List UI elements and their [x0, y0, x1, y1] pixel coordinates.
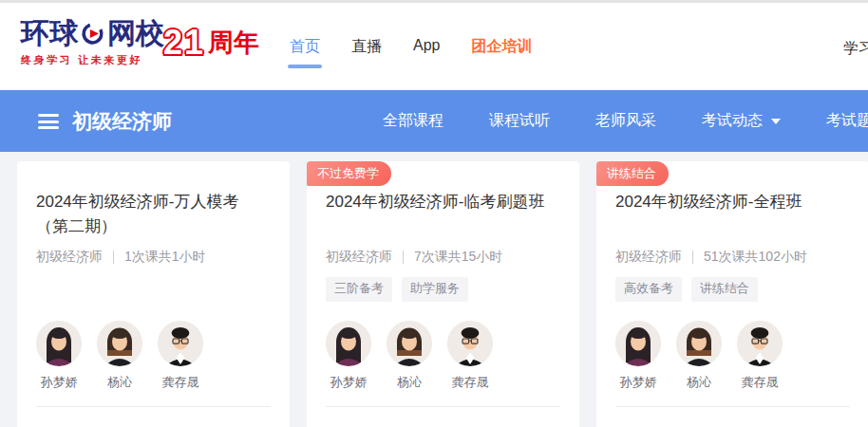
course-lessons: 51次课共102小时 [704, 249, 807, 266]
top-nav: 首页直播App团企培训 [290, 37, 532, 57]
course-title[interactable]: 2024年初级经济师-临考刷题班 [326, 190, 560, 241]
course-teachers: 孙梦娇杨沁龚存晟 [326, 321, 560, 391]
course-teachers: 孙梦娇杨沁龚存晟 [615, 321, 850, 391]
person-icon [737, 321, 783, 366]
course-category: 初级经济师 [36, 249, 103, 266]
meta-divider [113, 251, 114, 264]
person-icon [615, 321, 661, 366]
meta-divider [692, 251, 693, 264]
course-tag: 高效备考 [615, 277, 682, 302]
header-right-link[interactable]: 学习 [843, 39, 868, 59]
person-icon [447, 321, 493, 366]
teacher-name: 龚存晟 [452, 374, 489, 391]
chevron-down-icon [771, 119, 781, 124]
logo-text-right: 网校 [107, 19, 164, 47]
subnav-item[interactable]: 课程试听 [489, 111, 550, 131]
course-meta: 初级经济师 7次课共15小时 [326, 249, 560, 266]
anniversary-number: 21 [163, 26, 205, 60]
anniversary-badge: 21 周年 [163, 26, 259, 60]
course-subnav-bar: 初级经济师 全部课程课程试听老师风采考试动态考试题 [0, 90, 868, 152]
teacher-name: 孙梦娇 [41, 374, 78, 391]
course-badge: 讲练结合 [596, 161, 669, 186]
top-nav-item[interactable]: 首页 [290, 37, 320, 57]
subnav-item[interactable]: 考试动态 [702, 111, 781, 131]
card-divider [615, 406, 850, 407]
person-icon [326, 321, 371, 366]
course-card-list: 2024年初级经济师-万人模考（第二期） 初级经济师 1次课共1小时 孙梦娇杨沁… [0, 152, 868, 427]
course-card[interactable]: 讲练结合 2024年初级经济师-全程班 初级经济师 51次课共102小时 高效备… [596, 161, 868, 427]
person-icon [158, 321, 203, 366]
course-title[interactable]: 2024年初级经济师-全程班 [615, 190, 850, 241]
teacher-name: 杨沁 [397, 374, 422, 391]
person-icon [36, 321, 82, 366]
anniversary-suffix: 周年 [208, 30, 259, 56]
course-tags: 高效备考讲练结合 [615, 277, 850, 302]
subnav-title: 初级经济师 [72, 90, 172, 152]
course-category: 初级经济师 [615, 249, 682, 266]
subnav-item-label: 课程试听 [489, 111, 550, 131]
teacher-item[interactable]: 龚存晟 [447, 321, 493, 391]
card-divider [36, 406, 271, 407]
course-lessons: 7次课共15小时 [414, 249, 502, 266]
top-nav-item[interactable]: App [413, 37, 440, 57]
course-meta: 初级经济师 1次课共1小时 [36, 249, 271, 266]
teacher-item[interactable]: 龚存晟 [737, 321, 783, 391]
course-teachers: 孙梦娇杨沁龚存晟 [36, 321, 271, 391]
subnav-nav: 全部课程课程试听老师风采考试动态考试题 [383, 90, 868, 152]
course-tag: 三阶备考 [326, 277, 392, 302]
person-icon [676, 321, 722, 366]
subnav-item[interactable]: 老师风采 [595, 111, 656, 131]
course-tags: 三阶备考助学服务 [326, 277, 560, 302]
course-tag: 助学服务 [402, 277, 468, 302]
teacher-item[interactable]: 龚存晟 [158, 321, 203, 391]
course-category: 初级经济师 [326, 249, 392, 266]
logo-tagline: 终身学习 让未来更好 [21, 53, 164, 67]
course-card[interactable]: 2024年初级经济师-万人模考（第二期） 初级经济师 1次课共1小时 孙梦娇杨沁… [17, 161, 290, 427]
course-meta: 初级经济师 51次课共102小时 [615, 249, 850, 266]
teacher-name: 龚存晟 [162, 374, 199, 391]
course-tags [36, 277, 271, 302]
teacher-item[interactable]: 杨沁 [387, 321, 432, 391]
site-logo[interactable]: 环球 网校 终身学习 让未来更好 [21, 19, 164, 67]
subnav-item-label: 老师风采 [595, 111, 656, 131]
subnav-item-label: 考试题 [826, 111, 868, 131]
card-divider [326, 406, 560, 407]
teacher-item[interactable]: 孙梦娇 [36, 321, 82, 391]
teacher-item[interactable]: 杨沁 [97, 321, 142, 391]
course-lessons: 1次课共1小时 [124, 249, 206, 266]
teacher-name: 杨沁 [687, 374, 711, 391]
teacher-item[interactable]: 杨沁 [676, 321, 722, 391]
teacher-name: 孙梦娇 [620, 374, 657, 391]
course-tag: 讲练结合 [691, 277, 758, 302]
top-nav-item[interactable]: 直播 [351, 37, 382, 57]
teacher-name: 孙梦娇 [330, 374, 368, 391]
teacher-item[interactable]: 孙梦娇 [326, 321, 371, 391]
subnav-item[interactable]: 考试题 [826, 111, 868, 131]
top-nav-item[interactable]: 团企培训 [471, 37, 532, 57]
teacher-item[interactable]: 孙梦娇 [615, 321, 661, 391]
meta-divider [403, 251, 404, 264]
logo-text: 环球 网校 [21, 19, 164, 47]
person-icon [97, 321, 142, 366]
subnav-item-label: 考试动态 [702, 111, 763, 131]
site-header: 环球 网校 终身学习 让未来更好 21 周年 首页直播App团企培训 学习 [0, 3, 868, 90]
subnav-item-label: 全部课程 [383, 111, 443, 131]
logo-text-left: 环球 [21, 19, 78, 47]
teacher-name: 龚存晟 [742, 374, 779, 391]
course-card[interactable]: 不过免费学 2024年初级经济师-临考刷题班 初级经济师 7次课共15小时 三阶… [307, 161, 579, 427]
person-icon [387, 321, 432, 366]
play-icon [81, 22, 104, 46]
teacher-name: 杨沁 [107, 374, 132, 391]
course-title[interactable]: 2024年初级经济师-万人模考（第二期） [36, 190, 271, 241]
course-badge: 不过免费学 [307, 161, 391, 186]
subnav-item[interactable]: 全部课程 [383, 111, 443, 131]
menu-icon[interactable] [38, 114, 59, 129]
